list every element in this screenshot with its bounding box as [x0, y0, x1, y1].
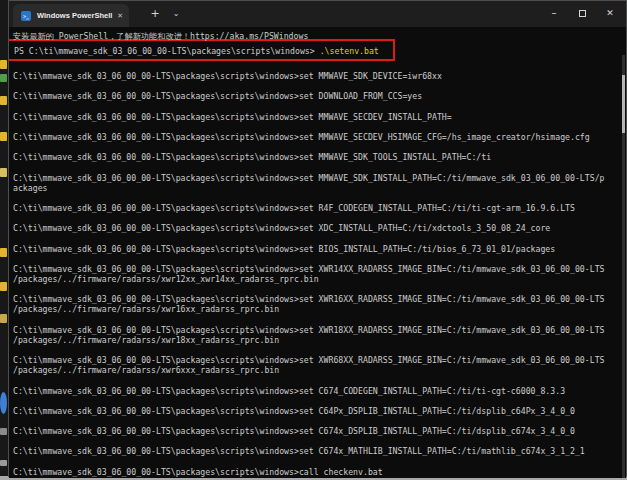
tab-title: Windows PowerShell [37, 11, 113, 20]
tab-dropdown-icon[interactable]: ⌄ [167, 1, 185, 27]
desktop-icon-fragment [0, 168, 7, 177]
terminal-line [13, 315, 626, 325]
terminal-line: C:\ti\mmwave_sdk_03_06_00_00-LTS\package… [13, 264, 626, 274]
terminal-line: ackages [13, 183, 626, 193]
desktop-icon-fragment [0, 96, 7, 105]
maximize-icon [579, 10, 586, 17]
terminal-line [13, 213, 626, 223]
scrollbar-thumb[interactable] [622, 75, 625, 133]
terminal-line [13, 396, 626, 406]
maximize-button[interactable] [568, 1, 596, 27]
terminal-line [13, 102, 626, 112]
desktop-icon-fragment [0, 314, 7, 323]
desktop-icon-fragment [0, 460, 7, 466]
terminal-line [13, 254, 626, 264]
terminal-line: C:\ti\mmwave_sdk_03_06_00_00-LTS\package… [13, 91, 626, 101]
desktop-icon-fragment [0, 60, 7, 69]
terminal-line [13, 193, 626, 203]
terminal-line: C:\ti\mmwave_sdk_03_06_00_00-LTS\package… [13, 294, 626, 304]
terminal-line: C:\ti\mmwave_sdk_03_06_00_00-LTS\package… [13, 244, 626, 254]
terminal-line [13, 61, 626, 71]
terminal-line [13, 284, 626, 294]
terminal-line [13, 375, 626, 385]
desktop-icon-fragment [0, 248, 7, 257]
tab-close-icon[interactable]: ✕ [117, 12, 123, 20]
close-button[interactable]: ✕ [596, 1, 624, 27]
command-text: .\setenv.bat [320, 46, 379, 56]
desktop-icon-fragment [0, 428, 7, 435]
terminal-line: C:\ti\mmwave_sdk_03_06_00_00-LTS\package… [13, 446, 626, 456]
new-tab-button[interactable]: + [145, 1, 165, 27]
terminal-line: /packages/../firmware/radarss/xwr12xx_xw… [13, 274, 626, 284]
terminal-line [13, 416, 626, 426]
terminal-line [13, 345, 626, 355]
terminal-line: C:\ti\mmwave_sdk_03_06_00_00-LTS\package… [13, 71, 626, 81]
title-bar[interactable]: >_ Windows PowerShell ✕ + ⌄ – ✕ [9, 1, 626, 27]
terminal-line [13, 162, 626, 172]
desktop-icon-fragment [0, 392, 7, 414]
terminal-line: C:\ti\mmwave_sdk_03_06_00_00-LTS\package… [13, 223, 626, 233]
prompt-text: PS C:\ti\mmwave_sdk_03_06_00_00-LTS\pack… [14, 46, 320, 56]
terminal-line: C:\ti\mmwave_sdk_03_06_00_00-LTS\package… [13, 152, 626, 162]
terminal-line: C:\ti\mmwave_sdk_03_06_00_00-LTS\package… [13, 173, 626, 183]
terminal-line: C:\ti\mmwave_sdk_03_06_00_00-LTS\package… [13, 203, 626, 213]
highlight-box: PS C:\ti\mmwave_sdk_03_06_00_00-LTS\pack… [9, 39, 395, 61]
terminal-line [13, 81, 626, 91]
terminal-line: C:\ti\mmwave_sdk_03_06_00_00-LTS\package… [13, 406, 626, 416]
terminal-line: /packages/../firmware/radarss/xwr6xxx_ra… [13, 365, 626, 375]
desktop-icon-fragment [0, 74, 7, 82]
terminal-content[interactable]: 安装最新的 PowerShell，了解新功能和改进！https://aka.ms… [9, 27, 626, 478]
terminal-line [13, 233, 626, 243]
terminal-line [13, 436, 626, 446]
terminal-line: C:\ti\mmwave_sdk_03_06_00_00-LTS\package… [13, 112, 626, 122]
terminal-window: >_ Windows PowerShell ✕ + ⌄ – ✕ 安装最新的 Po… [8, 0, 627, 477]
terminal-line [13, 122, 626, 132]
terminal-line: /packages/../firmware/radarss/xwr16xx_ra… [13, 304, 626, 314]
terminal-line: C:\ti\mmwave_sdk_03_06_00_00-LTS\package… [13, 426, 626, 436]
tab-windows-powershell[interactable]: >_ Windows PowerShell ✕ [13, 4, 129, 27]
terminal-line: C:\ti\mmwave_sdk_03_06_00_00-LTS\package… [13, 325, 626, 335]
terminal-line: C:\ti\mmwave_sdk_03_06_00_00-LTS\package… [13, 132, 626, 142]
terminal-line: C:\ti\mmwave_sdk_03_06_00_00-LTS\package… [13, 467, 626, 477]
terminal-line: /packages/../firmware/radarss/xwr18xx_ra… [13, 335, 626, 345]
desktop-icon-fragment [0, 132, 7, 141]
powershell-icon: >_ [21, 11, 31, 21]
desktop-icon-fragment [0, 282, 7, 291]
terminal-line: C:\ti\mmwave_sdk_03_06_00_00-LTS\package… [13, 386, 626, 396]
terminal-output: C:\ti\mmwave_sdk_03_06_00_00-LTS\package… [13, 61, 626, 477]
terminal-line [13, 456, 626, 466]
terminal-line [13, 142, 626, 152]
terminal-line: C:\ti\mmwave_sdk_03_06_00_00-LTS\package… [13, 355, 626, 365]
minimize-button[interactable]: – [540, 1, 568, 27]
